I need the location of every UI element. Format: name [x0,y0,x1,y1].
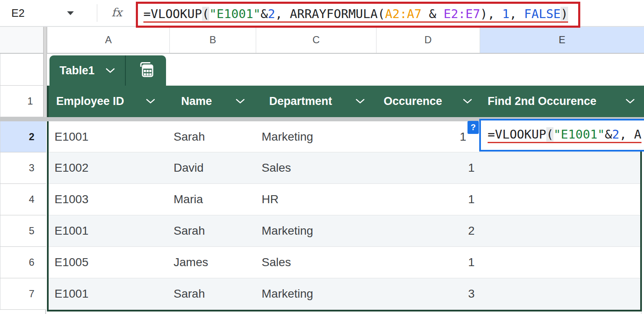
cell[interactable]: HR [262,184,278,215]
column-header-a[interactable]: A [47,27,169,53]
formula-token: ) [480,7,487,21]
table-bottom-border [47,310,642,311]
cell[interactable]: 1 [468,247,475,278]
cell[interactable]: E1003 [55,184,88,215]
column-header-d[interactable]: D [376,27,480,53]
cell[interactable]: E1002 [55,152,88,183]
name-box-dropdown-icon[interactable] [67,11,74,15]
formula-token: , A [619,127,641,141]
cell[interactable]: Sarah [174,278,205,309]
cell[interactable]: Marketing [262,278,313,309]
row-number[interactable]: 7 [0,278,46,310]
gridline-continuation [641,311,641,314]
row-number[interactable]: 1 [0,86,43,117]
header-dropdown-icon[interactable] [356,99,365,104]
formula-token: =VLOOKUP [143,7,202,21]
row-number[interactable]: 6 [0,247,46,278]
formula-token: FALSE [524,7,561,21]
formula-help-badge[interactable]: ? [467,121,479,134]
header-dropdown-icon[interactable] [146,99,155,104]
chevron-down-icon [106,68,115,73]
formula-text: =VLOOKUP("E1001"&2, ARRAYFORMULA(A2:A7 &… [143,7,568,23]
corner-box[interactable] [0,27,43,53]
formula-token: & [605,127,612,141]
formula-token: 2 [612,127,619,141]
table-name-menu[interactable]: Table1 [49,55,125,86]
row-number[interactable]: 4 [0,184,46,215]
cell[interactable]: E1001 [55,121,88,152]
cell[interactable]: Marketing [262,215,313,246]
formula-token: & [260,7,267,21]
table-name-label: Table1 [60,64,95,77]
formula-input[interactable]: =VLOOKUP("E1001"&2, ARRAYFORMULA(A2:A7 &… [136,2,580,28]
fx-icon: fx [112,0,122,26]
formula-bar-divider [97,4,97,22]
cell[interactable]: E1005 [55,247,88,278]
table-row: E1001SarahMarketing2 [49,215,640,247]
table-row: E1005JamesSales1 [49,247,640,278]
table-header-cell[interactable]: Department [269,86,332,117]
formula-token: 1 [502,7,509,21]
gutter-continuation [0,310,46,314]
formula-token: A2:A7 [385,7,421,21]
cell[interactable]: 3 [468,278,475,309]
cell[interactable]: James [174,247,208,278]
formula-bar: E2 fx =VLOOKUP("E1001"&2, ARRAYFORMULA(A… [0,0,644,27]
cell[interactable]: Sarah [174,215,205,246]
gutter-cell-blank[interactable] [0,54,43,86]
formula-token: 2 [268,7,275,21]
table-row: E1001SarahMarketing3 [49,278,640,310]
cell[interactable]: 2 [468,215,475,246]
formula-token: =VLOOKUP [488,127,546,141]
header-dropdown-icon[interactable] [236,99,245,104]
name-box[interactable]: E2 [11,0,25,26]
formula-token: , [488,7,502,21]
header-dropdown-icon[interactable] [626,99,635,104]
cell-editor[interactable]: =VLOOKUP("E1001"&2, A [479,119,644,152]
row-number[interactable]: 2 [0,121,46,152]
formula-token: ARRAYFORMULA( [290,7,385,21]
table-header-cell[interactable]: Employee ID [56,86,124,117]
table-header-row: Employee IDNameDepartmentOccurenceFind 2… [47,86,644,117]
column-header-c[interactable]: C [256,27,376,53]
table-views-button[interactable] [126,55,166,86]
table-header-cell[interactable]: Name [181,86,212,117]
cell[interactable]: David [174,152,204,183]
table-row: E1002DavidSales1 [49,152,640,184]
frozen-pane-divider[interactable] [43,27,47,117]
column-header-b[interactable]: B [169,27,256,53]
formula-token: ) [561,7,568,21]
formula-token: , [509,7,524,21]
table-header-cell[interactable]: Occurence [384,86,442,117]
cell[interactable]: 1 [468,184,475,215]
spreadsheet-window: E2 fx =VLOOKUP("E1001"&2, ARRAYFORMULA(A… [0,0,644,314]
formula-token: , [275,7,290,21]
row-number[interactable]: 3 [0,152,46,184]
column-header-e[interactable]: E [480,27,644,53]
table-name-chip[interactable]: Table1 [49,55,166,86]
header-dropdown-icon[interactable] [463,99,472,104]
cell[interactable]: E1001 [55,215,88,246]
formula-token: E2:E7 [444,7,480,21]
cell[interactable]: 1 [460,121,466,152]
cell-editor-text: =VLOOKUP("E1001"&2, A [488,127,641,143]
formula-token: ( [546,127,553,141]
formula-token: ( [202,7,209,21]
formula-token: "E1001" [553,127,605,141]
cell[interactable]: Sales [262,247,291,278]
cell[interactable]: Sales [262,152,291,183]
formula-token: "E1001" [209,7,260,21]
row-number[interactable]: 5 [0,215,46,247]
formula-token: & [422,7,444,21]
cell[interactable]: 1 [468,152,475,183]
cell[interactable]: Maria [174,184,203,215]
table-icon [138,61,154,80]
table-header-cell[interactable]: Find 2nd Occurence [488,86,597,117]
cell[interactable]: Marketing [262,121,313,152]
grid-column-headers: ABCDE [0,27,644,54]
cell[interactable]: Sarah [174,121,205,152]
table-row: E1003MariaHR1 [49,184,640,215]
cell[interactable]: E1001 [55,278,88,309]
